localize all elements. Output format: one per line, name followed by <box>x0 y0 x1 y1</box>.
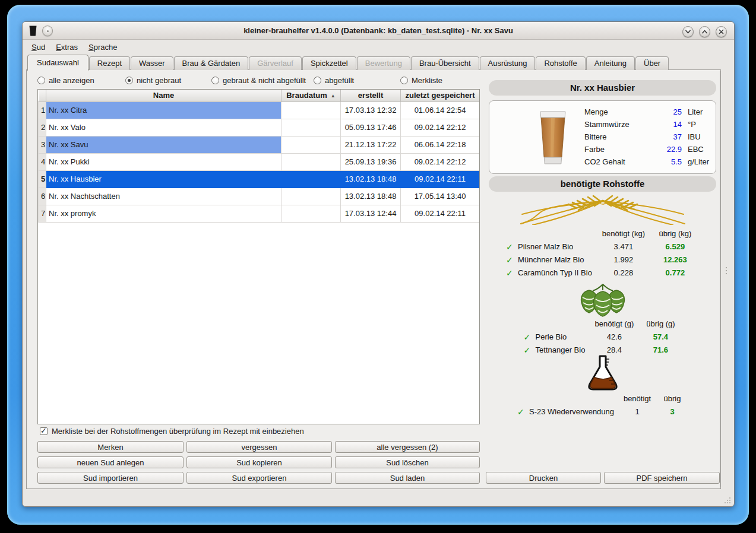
hopfen-benoetigt: 42.6 <box>589 332 640 341</box>
resize-grip[interactable] <box>723 496 732 505</box>
cell-braudatum[interactable] <box>281 188 341 205</box>
tab-rohstoffe[interactable]: Rohstoffe <box>536 56 585 70</box>
radio-gebraut-nicht-abgefuellt[interactable]: gebraut & nicht abgefüllt <box>211 75 306 85</box>
radio-circle[interactable] <box>400 77 408 84</box>
tab-spickzettel[interactable]: Spickzettel <box>302 56 356 70</box>
cell-braudatum[interactable] <box>281 205 341 222</box>
cell-name[interactable]: Nr. xx Valo <box>46 119 281 136</box>
checkbox-checked-icon[interactable] <box>40 427 48 435</box>
splitter-handle[interactable] <box>726 267 727 276</box>
sud-importieren-button[interactable]: Sud importieren <box>37 472 184 484</box>
cell-erstellt[interactable]: 13.02.13 18:48 <box>341 188 401 205</box>
cell-erstellt[interactable]: 21.12.13 17:22 <box>341 136 401 153</box>
radio-circle[interactable] <box>211 77 219 84</box>
sud-laden-button[interactable]: Sud laden <box>335 472 480 484</box>
menu-extras[interactable]: Extras <box>56 43 78 52</box>
table-row[interactable]: 2 Nr. xx Valo 05.09.13 17:46 09.02.14 22… <box>39 119 480 136</box>
corner-header-cell[interactable] <box>39 90 46 101</box>
radio-merkliste[interactable]: Merkliste <box>400 75 442 85</box>
cell-braudatum[interactable] <box>281 153 341 170</box>
col-header-name[interactable]: Name <box>46 90 281 101</box>
cell-gespeichert[interactable]: 09.02.14 22:12 <box>401 119 480 136</box>
malz-name: Pilsner Malz Bio <box>518 242 596 251</box>
tab-sudauswahl[interactable]: Sudauswahl <box>27 55 88 71</box>
cell-braudatum[interactable] <box>281 136 341 153</box>
merken-button[interactable]: Merken <box>37 441 184 453</box>
col-header-braudatum[interactable]: Braudatum▲ <box>281 90 341 101</box>
check-icon: ✓ <box>524 347 536 354</box>
tab-wasser[interactable]: Wasser <box>131 56 173 70</box>
maximize-button[interactable] <box>699 26 710 37</box>
cell-gespeichert[interactable]: 09.02.14 22:11 <box>401 170 480 188</box>
vergessen-button[interactable]: vergessen <box>186 441 332 453</box>
table-row[interactable]: 6 Nr. xx Nachtschatten 13.02.13 18:48 17… <box>39 188 480 205</box>
tab-brau-gaerdaten[interactable]: Brau & Gärdaten <box>174 56 249 70</box>
hopfen-uebrig: 57.4 <box>640 332 681 341</box>
cell-braudatum[interactable] <box>281 119 341 136</box>
col-header-erstellt[interactable]: erstellt <box>341 90 401 101</box>
sud-kopieren-button[interactable]: Sud kopieren <box>186 456 332 468</box>
cell-erstellt[interactable]: 17.03.13 12:32 <box>341 101 401 119</box>
sud-table-header-row: Name Braudatum▲ erstellt zuletzt gespeic… <box>39 90 480 101</box>
tab-content-sudauswahl: alle anzeigen nicht gebraut gebraut & ni… <box>26 69 721 489</box>
radio-circle[interactable] <box>37 77 45 84</box>
col-header-gespeichert[interactable]: zuletzt gespeichert <box>401 90 480 101</box>
cell-name[interactable]: Nr. xx Pukki <box>46 153 281 170</box>
radio-abgefuellt[interactable]: abgefüllt <box>314 75 354 85</box>
table-row[interactable]: 3 Nr. xx Savu 21.12.13 17:22 06.06.14 22… <box>39 136 480 153</box>
malz-benoetigt: 3.471 <box>596 242 651 251</box>
titlebar[interactable]: kleiner-brauhelfer v1.4.0.0 (Datenbank: … <box>23 22 734 40</box>
malz-name: Caramünch Typ II Bio <box>518 268 596 277</box>
sud-loeschen-button[interactable]: Sud löschen <box>335 456 480 468</box>
merkliste-checkbox-row[interactable]: Merkliste bei der Rohstoffmengen überprü… <box>40 427 304 436</box>
cell-gespeichert[interactable]: 01.06.14 22:54 <box>401 101 480 119</box>
cell-name[interactable]: Nr. xx Nachtschatten <box>46 188 281 205</box>
tab-brau-uebersicht[interactable]: Brau-Übersicht <box>411 56 479 70</box>
close-button[interactable] <box>716 26 727 37</box>
cell-name[interactable]: Nr. xx promyk <box>46 205 281 222</box>
cell-erstellt[interactable]: 05.09.13 17:46 <box>341 119 401 136</box>
cell-gespeichert[interactable]: 09.02.14 22:12 <box>401 153 480 170</box>
tab-rezept[interactable]: Rezept <box>89 56 130 70</box>
cell-name[interactable]: Nr. xx Hausbier <box>46 170 281 188</box>
radio-nicht-gebraut[interactable]: nicht gebraut <box>125 75 181 85</box>
cell-braudatum[interactable] <box>281 170 341 188</box>
cell-gespeichert[interactable]: 06.06.14 22:18 <box>401 136 480 153</box>
neuen-sud-anlegen-button[interactable]: neuen Sud anlegen <box>37 456 184 468</box>
cell-name[interactable]: Nr. xx Citra <box>46 101 281 119</box>
row-number: 5 <box>39 170 46 188</box>
tab-ueber[interactable]: Über <box>635 56 669 70</box>
tab-ausruestung[interactable]: Ausrüstung <box>480 56 536 70</box>
hopfen-table: benötigt (g) übrig (g) ✓ Perle Bio 42.6 … <box>524 319 682 354</box>
menubar: Sud Extras Sprache <box>23 40 734 53</box>
radio-circle[interactable] <box>314 77 321 84</box>
tab-bar: Sudauswahl Rezept Wasser Brau & Gärdaten… <box>27 54 669 70</box>
radio-circle-selected[interactable] <box>125 77 133 84</box>
tab-bewertung: Bewertung <box>357 56 410 70</box>
row-number: 4 <box>39 153 46 170</box>
sud-table-viewport[interactable]: Name Braudatum▲ erstellt zuletzt gespeic… <box>37 89 480 424</box>
malt-wheat-icon <box>514 193 692 227</box>
cell-name[interactable]: Nr. xx Savu <box>46 136 281 153</box>
menu-sud[interactable]: Sud <box>31 43 45 52</box>
minimize-button[interactable] <box>682 26 694 37</box>
cell-gespeichert[interactable]: 09.02.14 22:11 <box>401 205 480 222</box>
table-row[interactable]: 1 Nr. xx Citra 17.03.13 12:32 01.06.14 2… <box>39 101 480 119</box>
table-row[interactable]: 7 Nr. xx promyk 17.03.13 12:44 09.02.14 … <box>39 205 480 222</box>
hopfen-header-benoetigt: benötigt (g) <box>589 319 640 328</box>
cell-gespeichert[interactable]: 17.05.14 13:40 <box>401 188 480 205</box>
sud-exportieren-button[interactable]: Sud exportieren <box>186 472 332 484</box>
cell-erstellt[interactable]: 25.09.13 19:36 <box>341 153 401 170</box>
hopfen-benoetigt: 28.4 <box>589 345 640 354</box>
tab-anleitung[interactable]: Anleitung <box>586 56 635 70</box>
radio-alle-anzeigen[interactable]: alle anzeigen <box>37 75 94 85</box>
hefe-header-uebrig: übrig <box>657 394 688 403</box>
hops-icon <box>570 283 636 321</box>
table-row[interactable]: 4 Nr. xx Pukki 25.09.13 19:36 09.02.14 2… <box>39 153 480 170</box>
menu-sprache[interactable]: Sprache <box>88 43 117 52</box>
cell-erstellt[interactable]: 17.03.13 12:44 <box>341 205 401 222</box>
cell-braudatum[interactable] <box>281 101 341 119</box>
alle-vergessen-button[interactable]: alle vergessen (2) <box>335 441 480 453</box>
table-row-selected[interactable]: 5 Nr. xx Hausbier 13.02.13 18:48 09.02.1… <box>39 170 480 188</box>
cell-erstellt[interactable]: 13.02.13 18:48 <box>341 170 401 188</box>
